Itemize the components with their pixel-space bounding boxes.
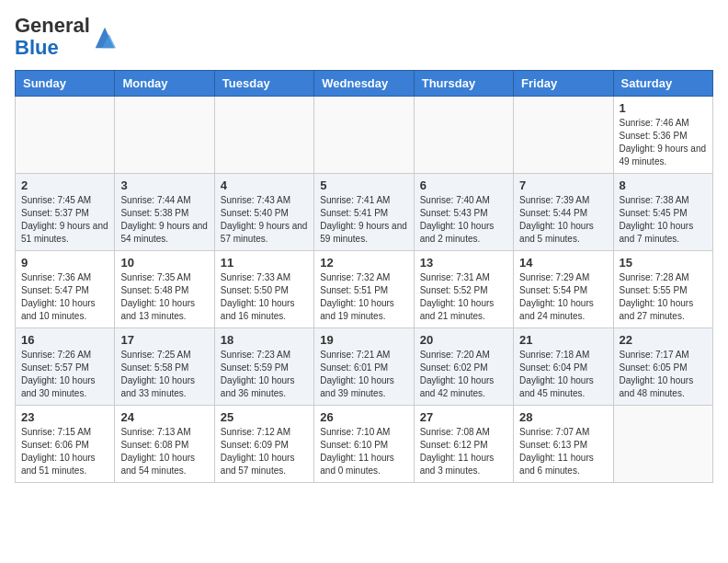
calendar-cell: 28Sunrise: 7:07 AM Sunset: 6:13 PM Dayli…: [514, 406, 613, 483]
weekday-header-row: SundayMondayTuesdayWednesdayThursdayFrid…: [16, 71, 713, 97]
calendar-cell: 14Sunrise: 7:29 AM Sunset: 5:54 PM Dayli…: [514, 251, 613, 328]
logo: General Blue: [15, 15, 118, 59]
logo-general-text: General: [15, 14, 90, 37]
calendar-cell: 13Sunrise: 7:31 AM Sunset: 5:52 PM Dayli…: [414, 251, 513, 328]
calendar-cell: 9Sunrise: 7:36 AM Sunset: 5:47 PM Daylig…: [16, 251, 115, 328]
day-number: 5: [320, 178, 407, 192]
logo-icon: [92, 24, 118, 50]
day-info: Sunrise: 7:35 AM Sunset: 5:48 PM Dayligh…: [120, 271, 208, 323]
day-number: 1: [620, 101, 707, 115]
calendar-table: SundayMondayTuesdayWednesdayThursdayFrid…: [15, 70, 713, 483]
calendar-cell: 11Sunrise: 7:33 AM Sunset: 5:50 PM Dayli…: [214, 251, 313, 328]
day-number: 10: [120, 256, 208, 270]
day-number: 9: [21, 256, 108, 270]
day-info: Sunrise: 7:31 AM Sunset: 5:52 PM Dayligh…: [420, 271, 507, 323]
calendar-cell: 16Sunrise: 7:26 AM Sunset: 5:57 PM Dayli…: [16, 328, 115, 406]
day-info: Sunrise: 7:15 AM Sunset: 6:06 PM Dayligh…: [21, 426, 108, 477]
day-number: 8: [620, 178, 707, 192]
day-info: Sunrise: 7:23 AM Sunset: 5:59 PM Dayligh…: [221, 349, 308, 400]
day-number: 23: [21, 410, 108, 424]
day-number: 19: [320, 333, 407, 347]
day-info: Sunrise: 7:21 AM Sunset: 6:01 PM Dayligh…: [320, 349, 407, 400]
day-number: 20: [420, 333, 507, 347]
day-info: Sunrise: 7:41 AM Sunset: 5:41 PM Dayligh…: [320, 194, 407, 246]
day-info: Sunrise: 7:45 AM Sunset: 5:37 PM Dayligh…: [21, 194, 108, 246]
calendar-cell: [214, 97, 313, 174]
weekday-header-wednesday: Wednesday: [314, 71, 414, 97]
calendar-cell: 19Sunrise: 7:21 AM Sunset: 6:01 PM Dayli…: [314, 328, 414, 406]
day-info: Sunrise: 7:43 AM Sunset: 5:40 PM Dayligh…: [221, 194, 308, 246]
calendar-cell: 8Sunrise: 7:38 AM Sunset: 5:45 PM Daylig…: [613, 174, 712, 251]
calendar-cell: [314, 97, 414, 174]
calendar-cell: 26Sunrise: 7:10 AM Sunset: 6:10 PM Dayli…: [314, 406, 414, 483]
day-info: Sunrise: 7:38 AM Sunset: 5:45 PM Dayligh…: [620, 194, 707, 246]
calendar-cell: [115, 97, 214, 174]
day-info: Sunrise: 7:10 AM Sunset: 6:10 PM Dayligh…: [320, 426, 407, 477]
day-info: Sunrise: 7:07 AM Sunset: 6:13 PM Dayligh…: [519, 426, 607, 477]
day-number: 27: [420, 410, 507, 424]
day-number: 7: [519, 178, 607, 192]
calendar-cell: 7Sunrise: 7:39 AM Sunset: 5:44 PM Daylig…: [514, 174, 613, 251]
calendar-cell: 12Sunrise: 7:32 AM Sunset: 5:51 PM Dayli…: [314, 251, 414, 328]
day-number: 26: [320, 410, 407, 424]
calendar-cell: 17Sunrise: 7:25 AM Sunset: 5:58 PM Dayli…: [115, 328, 214, 406]
day-info: Sunrise: 7:18 AM Sunset: 6:04 PM Dayligh…: [519, 349, 607, 400]
calendar-cell: [514, 97, 613, 174]
weekday-header-monday: Monday: [115, 71, 214, 97]
calendar-cell: 15Sunrise: 7:28 AM Sunset: 5:55 PM Dayli…: [613, 251, 712, 328]
day-info: Sunrise: 7:40 AM Sunset: 5:43 PM Dayligh…: [420, 194, 507, 246]
day-info: Sunrise: 7:28 AM Sunset: 5:55 PM Dayligh…: [620, 271, 707, 323]
day-number: 25: [221, 410, 308, 424]
day-info: Sunrise: 7:39 AM Sunset: 5:44 PM Dayligh…: [519, 194, 607, 246]
calendar-cell: 21Sunrise: 7:18 AM Sunset: 6:04 PM Dayli…: [514, 328, 613, 406]
day-info: Sunrise: 7:33 AM Sunset: 5:50 PM Dayligh…: [221, 271, 308, 323]
day-number: 15: [620, 256, 707, 270]
day-info: Sunrise: 7:12 AM Sunset: 6:09 PM Dayligh…: [221, 426, 308, 477]
calendar-week-1: 2Sunrise: 7:45 AM Sunset: 5:37 PM Daylig…: [16, 174, 713, 251]
calendar-cell: 6Sunrise: 7:40 AM Sunset: 5:43 PM Daylig…: [414, 174, 513, 251]
day-number: 21: [519, 333, 607, 347]
day-number: 22: [620, 333, 707, 347]
day-info: Sunrise: 7:29 AM Sunset: 5:54 PM Dayligh…: [519, 271, 607, 323]
day-number: 17: [120, 333, 208, 347]
day-info: Sunrise: 7:20 AM Sunset: 6:02 PM Dayligh…: [420, 349, 507, 400]
calendar-cell: 5Sunrise: 7:41 AM Sunset: 5:41 PM Daylig…: [314, 174, 414, 251]
calendar-cell: 23Sunrise: 7:15 AM Sunset: 6:06 PM Dayli…: [16, 406, 115, 483]
weekday-header-saturday: Saturday: [613, 71, 712, 97]
calendar-week-0: 1Sunrise: 7:46 AM Sunset: 5:36 PM Daylig…: [16, 97, 713, 174]
page-header: General Blue: [15, 15, 713, 59]
day-number: 11: [221, 256, 308, 270]
day-info: Sunrise: 7:17 AM Sunset: 6:05 PM Dayligh…: [620, 349, 707, 400]
calendar-cell: 22Sunrise: 7:17 AM Sunset: 6:05 PM Dayli…: [613, 328, 712, 406]
weekday-header-thursday: Thursday: [414, 71, 513, 97]
day-info: Sunrise: 7:08 AM Sunset: 6:12 PM Dayligh…: [420, 426, 507, 477]
logo-blue-text: Blue: [15, 36, 59, 59]
calendar-cell: 1Sunrise: 7:46 AM Sunset: 5:36 PM Daylig…: [613, 97, 712, 174]
day-number: 2: [21, 178, 108, 192]
calendar-cell: 27Sunrise: 7:08 AM Sunset: 6:12 PM Dayli…: [414, 406, 513, 483]
calendar-cell: [16, 97, 115, 174]
calendar-cell: 24Sunrise: 7:13 AM Sunset: 6:08 PM Dayli…: [115, 406, 214, 483]
day-number: 13: [420, 256, 507, 270]
calendar-week-4: 23Sunrise: 7:15 AM Sunset: 6:06 PM Dayli…: [16, 406, 713, 483]
day-info: Sunrise: 7:25 AM Sunset: 5:58 PM Dayligh…: [120, 349, 208, 400]
calendar-cell: 25Sunrise: 7:12 AM Sunset: 6:09 PM Dayli…: [214, 406, 313, 483]
weekday-header-tuesday: Tuesday: [214, 71, 313, 97]
calendar-cell: 10Sunrise: 7:35 AM Sunset: 5:48 PM Dayli…: [115, 251, 214, 328]
day-number: 24: [120, 410, 208, 424]
day-info: Sunrise: 7:26 AM Sunset: 5:57 PM Dayligh…: [21, 349, 108, 400]
day-number: 3: [120, 178, 208, 192]
calendar-cell: 18Sunrise: 7:23 AM Sunset: 5:59 PM Dayli…: [214, 328, 313, 406]
calendar-week-3: 16Sunrise: 7:26 AM Sunset: 5:57 PM Dayli…: [16, 328, 713, 406]
calendar-cell: [613, 406, 712, 483]
day-number: 16: [21, 333, 108, 347]
calendar-cell: 20Sunrise: 7:20 AM Sunset: 6:02 PM Dayli…: [414, 328, 513, 406]
day-info: Sunrise: 7:13 AM Sunset: 6:08 PM Dayligh…: [120, 426, 208, 477]
calendar-week-2: 9Sunrise: 7:36 AM Sunset: 5:47 PM Daylig…: [16, 251, 713, 328]
calendar-cell: [414, 97, 513, 174]
calendar-cell: 4Sunrise: 7:43 AM Sunset: 5:40 PM Daylig…: [214, 174, 313, 251]
day-number: 6: [420, 178, 507, 192]
day-number: 4: [221, 178, 308, 192]
day-number: 12: [320, 256, 407, 270]
day-number: 28: [519, 410, 607, 424]
